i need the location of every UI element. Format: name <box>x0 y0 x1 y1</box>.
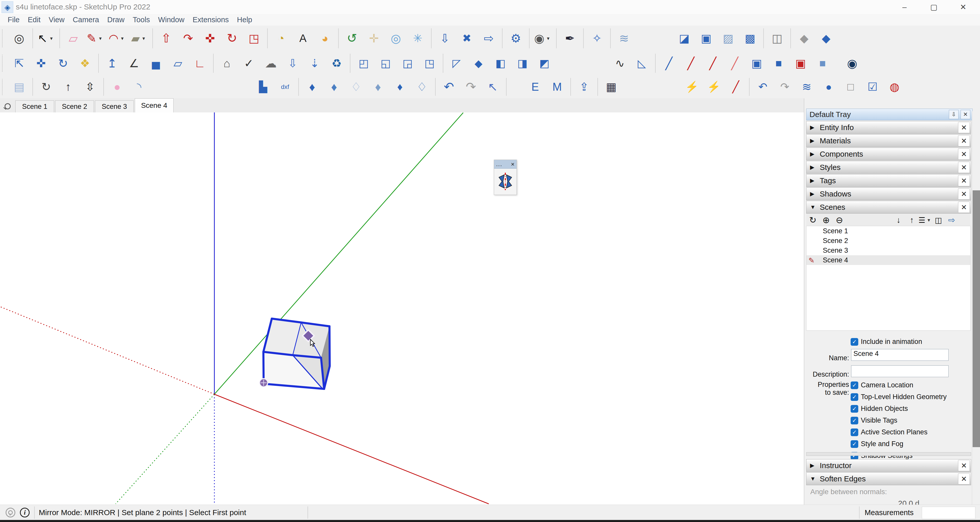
paint-bucket-button[interactable]: ◕ <box>314 27 336 49</box>
dropdown-arrow-icon[interactable]: ▾ <box>48 35 55 42</box>
dropdown-arrow-icon[interactable]: ▾ <box>545 35 552 42</box>
scale-button[interactable]: ◳ <box>243 27 265 49</box>
stretch-rect-button[interactable]: ⇱ <box>8 53 30 74</box>
expand-arrow-icon[interactable]: ▶ <box>810 137 816 144</box>
dropdown-arrow-icon[interactable]: ▾ <box>926 217 932 223</box>
move-scene-up-button[interactable]: ↑ <box>905 214 918 226</box>
mirror-tool-button[interactable] <box>498 171 513 192</box>
panel-close-icon[interactable]: ✕ <box>958 201 970 213</box>
follow-me-button[interactable]: ↷ <box>177 27 199 49</box>
extension-manager-button[interactable]: ⚙ <box>505 27 527 49</box>
model-box[interactable] <box>259 319 330 390</box>
minimize-button[interactable]: – <box>890 0 919 14</box>
pin-icon[interactable]: ⇩ <box>949 110 959 119</box>
credits-info-icon[interactable]: i <box>20 508 30 517</box>
bolt-blue-button[interactable]: ⚡ <box>681 77 703 97</box>
scene-list-item-scene-1[interactable]: Scene 1 <box>807 226 970 236</box>
color-swap-button[interactable]: ❖ <box>74 53 96 74</box>
drop-solid-button[interactable]: ♦ <box>301 77 323 97</box>
e-tool-button[interactable]: E <box>524 77 546 97</box>
close-button[interactable]: ✕ <box>949 0 977 14</box>
s4u-circle-button[interactable]: ◉ <box>841 53 863 74</box>
select-overlap-button[interactable]: ▣ <box>695 27 717 49</box>
select-cube-button[interactable]: ◸ <box>445 53 468 74</box>
tray-panel-tags[interactable]: ▶Tags✕ <box>806 174 971 187</box>
tray-panel-materials[interactable]: ▶Materials✕ <box>806 134 971 147</box>
component-diamond-button[interactable]: ◆ <box>468 53 490 74</box>
rotate-objects-button[interactable]: ↻ <box>52 53 74 74</box>
undo-small-button[interactable]: ↶ <box>752 77 774 97</box>
menu-window[interactable]: Window <box>154 14 189 26</box>
collapse-arrow-icon[interactable]: ▼ <box>810 204 816 211</box>
add-scene-button[interactable]: ⊕ <box>819 214 833 226</box>
expand-arrow-icon[interactable]: ▶ <box>810 124 816 131</box>
cube-flip-button[interactable]: ◧ <box>490 53 511 74</box>
tray-panel-components[interactable]: ▶Components✕ <box>806 148 971 160</box>
drop-base-button[interactable]: ♦ <box>323 77 345 97</box>
rectangle-button[interactable]: ▰▾ <box>128 27 150 49</box>
arc-bend-button[interactable]: ◝ <box>128 77 150 97</box>
viewport-canvas[interactable]: ... × <box>0 112 804 504</box>
waves-stack-button[interactable]: ≋ <box>796 77 818 97</box>
place-axes-button[interactable]: ◳ <box>418 53 441 74</box>
tray-panel-styles[interactable]: ▶Styles✕ <box>806 161 971 174</box>
tray-panel-instructor[interactable]: ▶Instructor✕ <box>806 459 971 472</box>
slash-red-2-button[interactable]: ╱ <box>702 53 724 74</box>
drop-axes-button[interactable]: ♦ <box>389 77 411 97</box>
drop-half-button[interactable]: ♦ <box>367 77 389 97</box>
square-tool-2-button[interactable]: ■ <box>768 53 790 74</box>
dxf-export-button[interactable]: dxf <box>274 77 296 97</box>
toolbar-options-dots[interactable]: ... <box>496 163 502 166</box>
collapse-arrow-icon[interactable]: ▼ <box>810 476 816 482</box>
undo-button[interactable]: ↶ <box>438 77 460 97</box>
push-pull-button[interactable]: ⇧ <box>155 27 177 49</box>
axes-rect-button[interactable]: ∟ <box>189 53 211 74</box>
axes-scale-button[interactable]: ⇳ <box>79 77 101 97</box>
panel-close-icon[interactable]: ✕ <box>958 473 970 484</box>
bolt-red-button[interactable]: ⚡ <box>703 77 725 97</box>
measurements-input[interactable] <box>922 507 975 519</box>
menu-draw[interactable]: Draw <box>103 14 129 26</box>
circle-filled-button[interactable]: ● <box>818 77 840 97</box>
area-chart-button[interactable]: ◺ <box>631 53 653 74</box>
toolbar-grip[interactable] <box>2 29 6 47</box>
drop-flow-button[interactable]: ♢ <box>411 77 433 97</box>
m-tool-button[interactable]: M <box>546 77 568 97</box>
arc-button[interactable]: ◠▾ <box>106 27 128 49</box>
geolocation-icon[interactable] <box>6 508 15 517</box>
menu-extensions[interactable]: Extensions <box>189 14 233 26</box>
select-intersect-button[interactable]: ▩ <box>739 27 761 49</box>
scene-tab-scene-4[interactable]: Scene 4 <box>135 98 173 112</box>
tray-panel-shadows[interactable]: ▶Shadows✕ <box>806 188 971 200</box>
panel-close-icon[interactable]: ✕ <box>958 188 970 200</box>
slash-red-1-button[interactable]: ╱ <box>680 53 702 74</box>
menu-camera[interactable]: Camera <box>68 14 103 26</box>
hidden-objects-checkbox[interactable]: ✓ <box>851 405 858 413</box>
select-button[interactable]: ↖▾ <box>35 27 57 49</box>
tray-panel-soften-edges[interactable]: ▼Soften Edges✕ <box>806 473 971 485</box>
move-button[interactable]: ✜ <box>199 27 221 49</box>
redo-small-button[interactable]: ↷ <box>774 77 796 97</box>
bar-chart-button[interactable]: ▙ <box>252 77 274 97</box>
replace-component-gray-button[interactable]: ◆ <box>793 27 815 49</box>
menu-tools[interactable]: Tools <box>129 14 154 26</box>
expand-arrow-icon[interactable]: ▶ <box>810 151 816 157</box>
select-edges-button[interactable]: ◪ <box>673 27 695 49</box>
account-button[interactable]: ◉▾ <box>532 27 554 49</box>
menu-help[interactable]: Help <box>233 14 256 26</box>
panel-close-icon[interactable]: ✕ <box>958 122 970 133</box>
tray-panel-scenes[interactable]: ▼Scenes✕ <box>806 201 971 214</box>
cube-mirror-button[interactable]: ◨ <box>511 53 533 74</box>
toolbar-grip[interactable] <box>2 55 6 72</box>
camera-location-checkbox[interactable]: ✓ <box>851 382 858 389</box>
grid-window-button[interactable]: ▦ <box>600 77 622 97</box>
panel-close-icon[interactable]: ✕ <box>958 460 970 471</box>
align-bottom-button[interactable]: ▅ <box>145 53 167 74</box>
toolbar-close-icon[interactable]: × <box>511 161 514 168</box>
refresh-sync-button[interactable]: ♻ <box>326 53 348 74</box>
visible-tags-checkbox[interactable]: ✓ <box>851 417 858 425</box>
zoom-extents-button[interactable]: ✳ <box>407 27 429 49</box>
pan-button[interactable]: ✛ <box>363 27 385 49</box>
save-check-button[interactable]: ✓ <box>238 53 260 74</box>
cube-rotate-button[interactable]: ◩ <box>533 53 555 74</box>
